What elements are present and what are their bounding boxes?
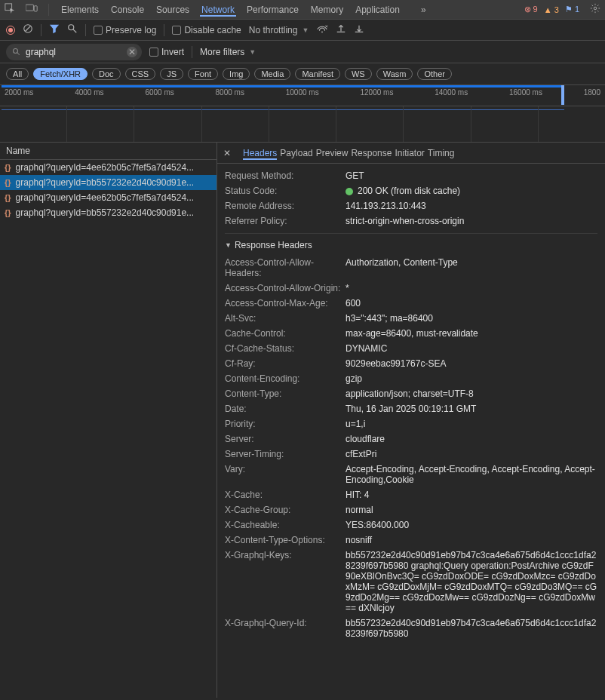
svg-line-7 [73, 29, 76, 32]
tab-application[interactable]: Application [354, 5, 401, 15]
header-key: Content-Encoding: [225, 373, 345, 384]
error-count-icon: ⊗ 9 [524, 5, 538, 14]
tab-network[interactable]: Network [200, 5, 236, 17]
header-value: Authorization, Content-Type [345, 257, 597, 268]
timeline-ruler[interactable]: 2000 ms4000 ms6000 ms8000 ms10000 ms1200… [0, 85, 605, 106]
response-headers-section[interactable]: ▼Response Headers [225, 233, 597, 255]
device-icon[interactable] [26, 3, 38, 16]
header-value: DYNAMIC [345, 343, 597, 354]
subtab-headers[interactable]: Headers [243, 148, 277, 160]
header-key: Server: [225, 434, 345, 444]
filter-search[interactable]: ✕ [6, 44, 142, 60]
type-chip-font[interactable]: Font [188, 68, 218, 80]
type-chip-other[interactable]: Other [417, 68, 452, 80]
subtab-payload[interactable]: Payload [280, 148, 312, 158]
throttling-select[interactable]: No throttling▼ [249, 25, 309, 35]
type-chip-js[interactable]: JS [160, 68, 183, 80]
divider [192, 46, 192, 58]
tab-memory[interactable]: Memory [309, 5, 345, 15]
filter-row: ✕ Invert More filters▼ [0, 41, 605, 63]
type-chip-img[interactable]: Img [223, 68, 250, 80]
header-row: Alt-Svc:h3=":443"; ma=86400 [225, 311, 597, 326]
main-tabbar: ElementsConsoleSourcesNetworkPerformance… [0, 0, 605, 20]
tab-elements[interactable]: Elements [60, 5, 100, 15]
record-icon[interactable] [6, 26, 15, 35]
network-toolbar: Preserve log Disable cache No throttling… [0, 20, 605, 41]
header-key: Cf-Cache-Status: [225, 343, 345, 354]
type-chip-ws[interactable]: WS [345, 68, 372, 80]
header-key: Date: [225, 404, 345, 414]
svg-point-8 [321, 32, 323, 33]
header-row: Content-Encoding:gzip [225, 371, 597, 386]
gear-icon[interactable] [590, 3, 600, 16]
request-row[interactable]: {}graphql?queryId=4ee62b05c7fef5a7d4524.… [0, 190, 217, 205]
request-row[interactable]: {}graphql?queryId=4ee62b05c7fef5a7d4524.… [0, 160, 217, 175]
import-har-icon[interactable] [336, 23, 346, 36]
subtab-timing[interactable]: Timing [428, 148, 455, 158]
subtab-preview[interactable]: Preview [316, 148, 349, 158]
header-value: bb557232e2d40c90d91eb97b47c3ca4e6a675d6d… [345, 618, 597, 639]
waterfall-overview[interactable] [0, 106, 605, 143]
export-har-icon[interactable] [354, 23, 364, 36]
divider [41, 24, 41, 36]
request-row[interactable]: {}graphql?queryId=bb557232e2d40c90d91e..… [0, 175, 217, 190]
request-details-pane: ✕ HeadersPayloadPreviewResponseInitiator… [217, 143, 605, 698]
more-tabs-icon[interactable]: » [421, 5, 426, 15]
issue-counters[interactable]: ⊗ 9 ▲ 3 ⚑ 1 [524, 5, 579, 14]
header-value: h3=":443"; ma=86400 [345, 313, 597, 324]
type-chip-media[interactable]: Media [254, 68, 290, 80]
request-row[interactable]: {}graphql?queryId=bb557232e2d40c90d91e..… [0, 205, 217, 220]
subtab-initiator[interactable]: Initiator [395, 148, 424, 158]
header-value: normal [345, 505, 597, 515]
header-key: Alt-Svc: [225, 313, 345, 324]
clear-filter-icon[interactable]: ✕ [127, 47, 137, 57]
type-chip-wasm[interactable]: Wasm [376, 68, 413, 80]
network-conditions-icon[interactable] [316, 23, 328, 36]
type-chip-manifest[interactable]: Manifest [295, 68, 340, 80]
header-key: Server-Timing: [225, 449, 345, 459]
header-value: 200 OK (from disk cache) [345, 186, 597, 196]
inspect-icon[interactable] [5, 3, 15, 16]
header-key: Access-Control-Max-Age: [225, 298, 345, 309]
type-chip-doc[interactable]: Doc [92, 68, 121, 80]
header-key: Request Method: [225, 170, 345, 181]
header-value: 141.193.213.10:443 [345, 201, 597, 211]
close-details-icon[interactable]: ✕ [223, 148, 231, 158]
clear-icon[interactable] [23, 23, 33, 36]
search-icon[interactable] [67, 23, 78, 36]
name-column-header[interactable]: Name [0, 143, 217, 160]
filter-input[interactable] [26, 47, 122, 57]
more-filters-button[interactable]: More filters▼ [200, 47, 256, 57]
timeline-tick: 10000 ms [286, 88, 319, 97]
tab-sources[interactable]: Sources [155, 5, 191, 15]
search-icon [12, 48, 21, 57]
divider [85, 24, 86, 36]
header-row: Vary:Accept-Encoding, Accept-Encoding, A… [225, 462, 597, 487]
header-value: * [345, 283, 597, 293]
header-key: Priority: [225, 419, 345, 429]
header-row: Request Method:GET [225, 168, 597, 183]
subtab-response[interactable]: Response [351, 148, 392, 158]
tab-console[interactable]: Console [109, 5, 146, 15]
timeline-tick: 14000 ms [435, 88, 468, 97]
svg-point-13 [14, 48, 18, 53]
preserve-log-checkbox[interactable]: Preserve log [94, 25, 156, 35]
json-icon: {} [5, 193, 11, 202]
header-key: X-Cache: [225, 490, 345, 500]
header-row: Cf-Ray:9029eebac991767c-SEA [225, 356, 597, 371]
header-row: Cache-Control:max-age=86400, must-revali… [225, 326, 597, 341]
filter-icon[interactable] [49, 23, 60, 36]
header-value: u=1,i [345, 419, 597, 429]
svg-rect-1 [26, 5, 33, 11]
type-chip-css[interactable]: CSS [125, 68, 156, 80]
main-split: Name {}graphql?queryId=4ee62b05c7fef5a7d… [0, 143, 605, 698]
header-value: nosniff [345, 535, 597, 545]
tab-performance[interactable]: Performance [245, 5, 300, 15]
header-value: Accept-Encoding, Accept-Encoding, Accept… [345, 464, 597, 485]
svg-point-3 [594, 7, 597, 10]
type-chip-all[interactable]: All [6, 68, 29, 80]
disable-cache-checkbox[interactable]: Disable cache [172, 25, 241, 35]
header-value: gzip [345, 373, 597, 384]
invert-checkbox[interactable]: Invert [149, 47, 184, 57]
type-chip-fetchxhr[interactable]: Fetch/XHR [33, 68, 88, 80]
